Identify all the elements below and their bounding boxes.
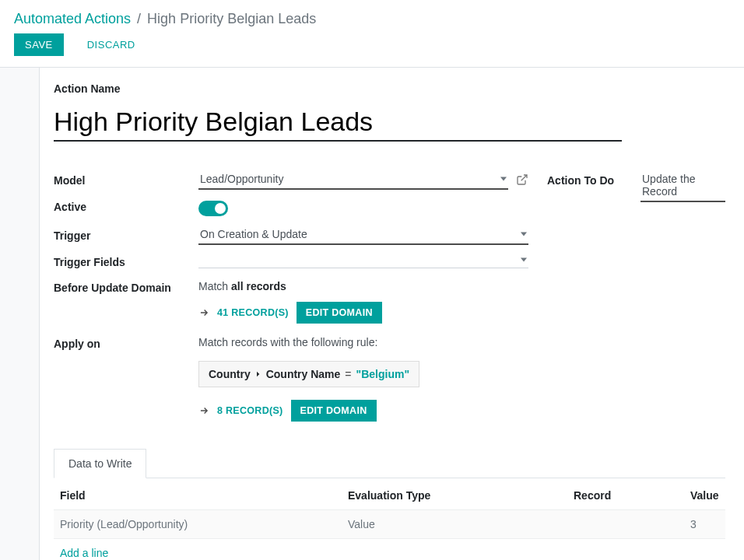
save-button[interactable]: SAVE: [14, 33, 64, 56]
cell-eval-type: Value: [342, 510, 567, 539]
model-select[interactable]: Lead/Opportunity: [198, 170, 508, 190]
arrow-right-icon: [198, 405, 209, 416]
breadcrumb-separator: /: [137, 11, 141, 27]
breadcrumb-current: High Priority Belgian Leads: [147, 11, 316, 27]
chevron-right-icon: [255, 371, 261, 377]
cell-value: 3: [684, 510, 725, 539]
before-domain-records-link[interactable]: 41 RECORD(S): [217, 307, 289, 318]
rule-value: "Belgium": [356, 368, 410, 380]
apply-on-rule: Country Country Name = "Belgium": [198, 361, 419, 387]
model-label: Model: [54, 170, 198, 189]
col-record: Record: [567, 478, 684, 510]
apply-on-edit-button[interactable]: EDIT DOMAIN: [291, 400, 377, 422]
cell-field: Priority (Lead/Opportunity): [54, 510, 342, 539]
cell-record: [567, 510, 684, 539]
action-to-do-select[interactable]: Update the Record: [640, 170, 725, 202]
trigger-select[interactable]: On Creation & Update: [198, 225, 528, 245]
discard-button[interactable]: DISCARD: [76, 33, 146, 56]
tab-data-to-write[interactable]: Data to Write: [54, 449, 146, 478]
chevron-down-icon: [521, 257, 527, 261]
breadcrumb-root-link[interactable]: Automated Actions: [14, 11, 131, 27]
action-bar: SAVE DISCARD: [0, 33, 744, 67]
col-eval-type: Evaluation Type: [342, 478, 567, 510]
before-update-domain-label: Before Update Domain: [54, 277, 198, 296]
add-line-button[interactable]: Add a line: [54, 539, 114, 560]
chevron-down-icon: [521, 233, 527, 236]
external-link-icon[interactable]: [516, 173, 528, 186]
chevron-down-icon: [500, 177, 507, 181]
tabs: Data to Write: [54, 448, 725, 478]
before-domain-summary: Match all records: [198, 277, 528, 299]
action-name-label: Action Name: [54, 80, 725, 97]
trigger-label: Trigger: [54, 225, 198, 244]
breadcrumb: Automated Actions / High Priority Belgia…: [0, 0, 744, 33]
trigger-fields-select[interactable]: [198, 251, 528, 268]
rule-operator: =: [345, 368, 351, 380]
before-domain-edit-button[interactable]: EDIT DOMAIN: [297, 302, 382, 324]
data-to-write-table: Field Evaluation Type Record Value Prior…: [54, 478, 725, 539]
apply-on-label: Apply on: [54, 333, 198, 352]
apply-on-summary: Match records with the following rule:: [198, 333, 528, 355]
rule-path-1: Country: [209, 368, 251, 380]
action-to-do-label: Action To Do: [547, 170, 640, 189]
trigger-value: On Creation & Update: [200, 228, 307, 240]
action-to-do-value: Update the Record: [642, 173, 696, 198]
apply-on-records-link[interactable]: 8 RECORD(S): [217, 405, 283, 416]
arrow-right-icon: [198, 307, 209, 318]
col-field: Field: [54, 478, 342, 510]
table-row[interactable]: Priority (Lead/Opportunity) Value 3: [54, 510, 725, 539]
col-value: Value: [684, 478, 725, 510]
rule-path-2: Country Name: [266, 368, 341, 380]
trigger-fields-label: Trigger Fields: [54, 251, 198, 271]
active-label: Active: [54, 196, 198, 215]
model-value: Lead/Opportunity: [200, 173, 283, 185]
active-toggle[interactable]: [198, 201, 228, 216]
action-name-input[interactable]: [54, 103, 622, 142]
